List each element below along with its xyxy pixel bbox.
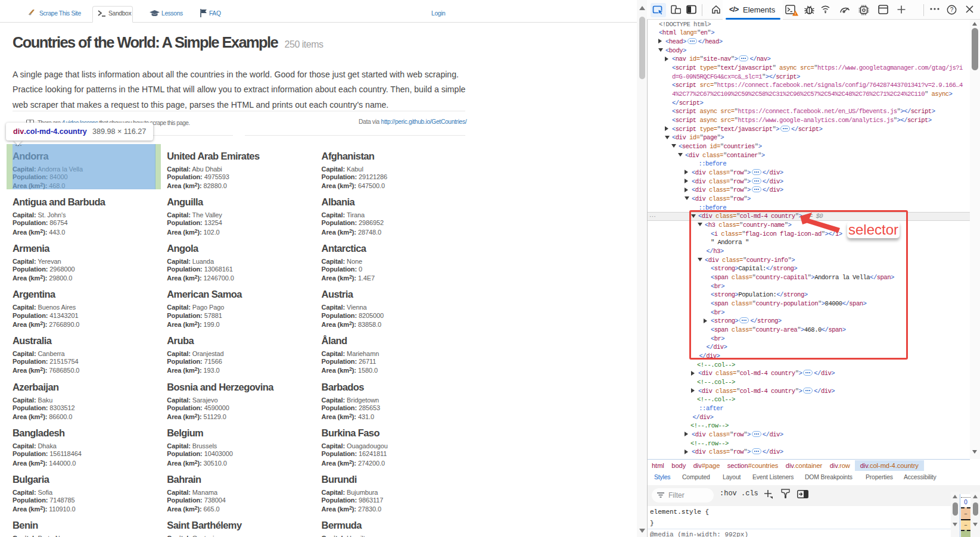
svg-text:?: ? xyxy=(950,7,954,13)
svg-text:!: ! xyxy=(795,12,796,15)
